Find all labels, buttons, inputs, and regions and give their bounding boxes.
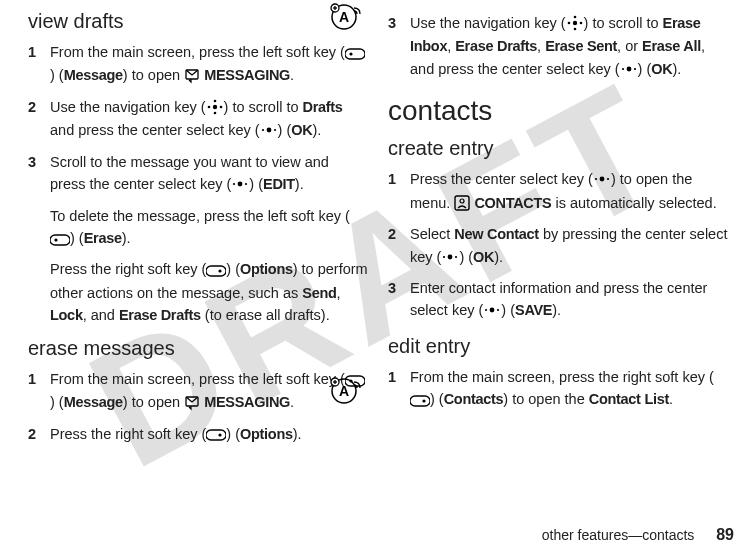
- text: ).: [122, 230, 131, 246]
- feature-badge-icon: [330, 377, 362, 405]
- ui-label: SAVE: [515, 302, 552, 318]
- section-heading: erase messages: [28, 337, 368, 360]
- step-body: From the main screen, press the left sof…: [50, 368, 368, 415]
- step-body: Scroll to the message you want to view a…: [50, 151, 368, 197]
- text: ) to scroll to: [584, 15, 663, 31]
- text: Press the right soft key (: [50, 426, 206, 442]
- ui-label: Contacts: [444, 391, 504, 407]
- text: To delete the message, press the left so…: [50, 208, 350, 224]
- page-number: 89: [716, 526, 734, 543]
- center-key-icon: [260, 120, 278, 142]
- text: ) (: [501, 302, 515, 318]
- ui-label: Options: [240, 426, 293, 442]
- center-key-icon: [483, 300, 501, 322]
- messaging-icon: [184, 65, 200, 87]
- ui-label: Erase Drafts: [119, 307, 201, 323]
- ui-label: MESSAGING: [204, 67, 290, 83]
- page-content: view drafts 1 From the main screen, pres…: [0, 0, 756, 520]
- messaging-icon: [184, 392, 200, 414]
- right-column: 3 Use the navigation key () to scroll to…: [378, 8, 738, 520]
- contacts-icon: [454, 193, 470, 215]
- step-number: 3: [28, 151, 50, 197]
- ui-label: OK: [473, 249, 494, 265]
- step: 2 Select New Contact by pressing the cen…: [388, 223, 728, 269]
- text: ) (: [249, 176, 263, 192]
- text: ) to open the: [503, 391, 588, 407]
- paragraph: To delete the message, press the left so…: [50, 205, 368, 251]
- step-body: From the main screen, press the right so…: [410, 366, 728, 412]
- step-body: Use the navigation key () to scroll to E…: [410, 12, 728, 81]
- text: ).: [312, 122, 321, 138]
- nav-key-icon: [206, 97, 224, 119]
- center-key-icon: [231, 174, 249, 196]
- text: ) (: [638, 61, 652, 77]
- footer-chapter: other features—contacts: [542, 527, 695, 543]
- step-number: 2: [388, 223, 410, 269]
- text: ).: [672, 61, 681, 77]
- text: ,: [337, 285, 341, 301]
- ui-label: Contact List: [589, 391, 669, 407]
- ui-label: Erase Drafts: [455, 38, 537, 54]
- text: ,: [537, 38, 545, 54]
- step-body: Press the center select key () to open t…: [410, 168, 728, 215]
- text: .: [290, 67, 294, 83]
- section-heading: create entry: [388, 137, 728, 160]
- step-number: 2: [28, 423, 50, 446]
- text: ).: [293, 426, 302, 442]
- paragraph: Press the right soft key () (Options) to…: [50, 258, 368, 326]
- step-number: 2: [28, 96, 50, 143]
- text: , and: [83, 307, 119, 323]
- text: ) (: [50, 67, 64, 83]
- ui-label: Lock: [50, 307, 83, 323]
- text: ) to open: [123, 67, 184, 83]
- text: ).: [295, 176, 304, 192]
- ui-label: Drafts: [303, 99, 343, 115]
- text: Press the center select key (: [410, 171, 593, 187]
- ui-label: Message: [64, 67, 123, 83]
- step: 3 Scroll to the message you want to view…: [28, 151, 368, 197]
- nav-key-icon: [566, 13, 584, 35]
- text: .: [290, 394, 294, 410]
- step-number: 1: [388, 366, 410, 412]
- text: ) (: [226, 426, 240, 442]
- text: ) (: [226, 261, 240, 277]
- text: .: [669, 391, 673, 407]
- step: 2 Press the right soft key () (Options).: [28, 423, 368, 446]
- left-soft-key-icon: [50, 228, 70, 250]
- text: ).: [494, 249, 503, 265]
- text: Use the navigation key (: [50, 99, 206, 115]
- right-soft-key-icon: [206, 259, 226, 281]
- step-number: 3: [388, 277, 410, 323]
- text: , or: [617, 38, 642, 54]
- step-number: 3: [388, 12, 410, 81]
- step-number: 1: [28, 41, 50, 88]
- ui-label: New Contact: [454, 226, 539, 242]
- right-soft-key-icon: [410, 389, 430, 411]
- page-footer: other features—contacts 89: [542, 526, 734, 544]
- step: 2 Use the navigation key () to scroll to…: [28, 96, 368, 143]
- text: ) (: [278, 122, 292, 138]
- chapter-heading: contacts: [388, 95, 728, 127]
- ui-label: Message: [64, 394, 123, 410]
- step: 3 Use the navigation key () to scroll to…: [388, 12, 728, 81]
- text: From the main screen, press the left sof…: [50, 371, 345, 387]
- text: ) to open: [123, 394, 184, 410]
- text: From the main screen, press the left sof…: [50, 44, 345, 60]
- text: Use the navigation key (: [410, 15, 566, 31]
- step-number: 1: [388, 168, 410, 215]
- step: 1 From the main screen, press the left s…: [28, 41, 368, 88]
- ui-label: Erase All: [642, 38, 701, 54]
- step-body: Press the right soft key () (Options).: [50, 423, 368, 446]
- ui-label: Erase Sent: [545, 38, 617, 54]
- feature-badge-icon: [330, 3, 362, 31]
- text: ) (: [459, 249, 473, 265]
- step-body: Enter contact information and press the …: [410, 277, 728, 323]
- ui-label: CONTACTS: [474, 195, 551, 211]
- ui-label: Options: [240, 261, 293, 277]
- left-column: view drafts 1 From the main screen, pres…: [18, 8, 378, 520]
- step-body: From the main screen, press the left sof…: [50, 41, 368, 88]
- ui-label: MESSAGING: [204, 394, 290, 410]
- center-key-icon: [593, 169, 611, 191]
- ui-label: OK: [291, 122, 312, 138]
- text: is automatically selected.: [551, 195, 716, 211]
